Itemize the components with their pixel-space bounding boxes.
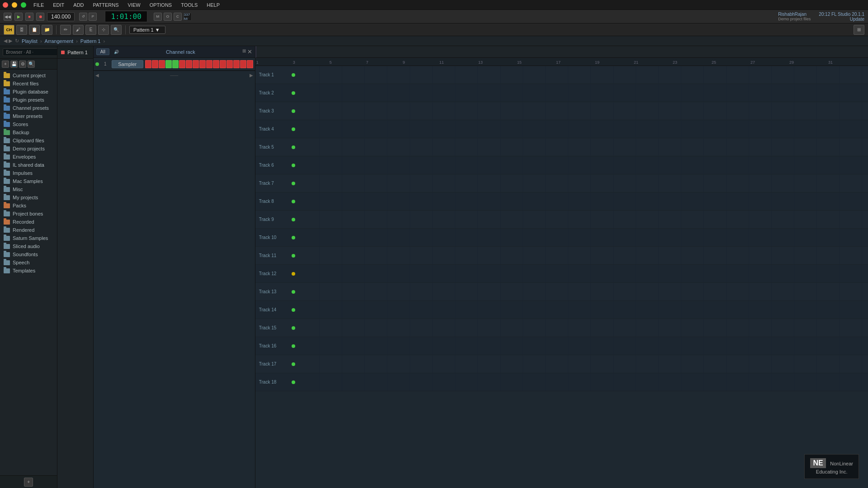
zoom-tool[interactable]: 🔍: [111, 25, 122, 35]
channel-all-button[interactable]: All: [96, 48, 109, 55]
sidebar-item-backup[interactable]: Backup: [0, 128, 57, 136]
nav-arrows[interactable]: ◀ ▶: [4, 38, 12, 44]
sidebar-item-recorded[interactable]: Recorded: [0, 218, 57, 226]
sidebar-search[interactable]: [3, 48, 57, 56]
track-content-3[interactable]: [297, 102, 868, 120]
sidebar-item-recent-files[interactable]: Recent files: [0, 80, 57, 88]
record-button[interactable]: ⏺: [36, 13, 44, 21]
metronome-button[interactable]: M: [154, 13, 162, 21]
track-content-15[interactable]: [297, 319, 868, 337]
paint-tool[interactable]: 🖌: [73, 25, 84, 35]
sidebar-item-project-bones[interactable]: Project bones: [0, 210, 57, 218]
sidebar-item-sliced-audio[interactable]: Sliced audio: [0, 242, 57, 250]
sidebar-item-il-shared-data[interactable]: IL shared data: [0, 161, 57, 169]
track-content-5[interactable]: [297, 138, 868, 156]
pattern-selector[interactable]: Pattern 1 ▼: [129, 26, 165, 34]
channel-nav-left[interactable]: ◀: [95, 73, 99, 78]
sidebar-item-speech[interactable]: Speech: [0, 258, 57, 267]
close-button[interactable]: [3, 2, 8, 8]
punch-button[interactable]: P: [89, 13, 97, 21]
track-content-10[interactable]: [297, 229, 868, 246]
pad-9[interactable]: [199, 60, 206, 68]
sidebar-item-demo-projects[interactable]: Demo projects: [0, 145, 57, 153]
stop-button[interactable]: ■: [25, 13, 33, 21]
play-button[interactable]: ▶: [14, 13, 23, 21]
sidebar-search-btn[interactable]: 🔍: [28, 61, 35, 68]
maximize-button[interactable]: [21, 2, 26, 8]
mixer-toggle[interactable]: 🎛: [16, 25, 27, 35]
pad-11[interactable]: [213, 60, 219, 68]
nav-arrangement[interactable]: Arrangement: [45, 38, 74, 44]
minimize-button[interactable]: [12, 2, 17, 8]
update-label[interactable]: Update: [819, 17, 864, 22]
browser-toggle[interactable]: 📁: [42, 25, 52, 35]
track-content-14[interactable]: [297, 301, 868, 319]
pad-12[interactable]: [220, 60, 226, 68]
overdub-button[interactable]: O: [164, 13, 172, 21]
pad-16[interactable]: [247, 60, 253, 68]
pad-5[interactable]: [172, 60, 179, 68]
sidebar-item-my-projects[interactable]: My projects: [0, 193, 57, 202]
menu-tools[interactable]: TOOLS: [179, 1, 199, 9]
sidebar-item-rendered[interactable]: Rendered: [0, 226, 57, 234]
sidebar-item-mixer-presets[interactable]: Mixer presets: [0, 112, 57, 120]
menu-edit[interactable]: EDIT: [51, 1, 66, 9]
select-tool[interactable]: ⊹: [98, 25, 109, 35]
track-content-7[interactable]: [297, 174, 868, 192]
pad-1[interactable]: [145, 60, 151, 68]
sidebar-item-envelopes[interactable]: Envelopes: [0, 153, 57, 161]
sidebar-item-plugin-database[interactable]: Plugin database: [0, 88, 57, 96]
track-content-17[interactable]: [297, 355, 868, 373]
back-button[interactable]: ◀◀: [4, 13, 12, 21]
sidebar-item-packs[interactable]: Packs: [0, 202, 57, 210]
bpm-display[interactable]: 140.000: [47, 12, 75, 21]
pad-8[interactable]: [193, 60, 199, 68]
nav-refresh[interactable]: ↻: [15, 38, 19, 44]
menu-add[interactable]: ADD: [71, 1, 85, 9]
sidebar-item-misc[interactable]: Misc: [0, 185, 57, 193]
pad-13[interactable]: [226, 60, 233, 68]
nav-pattern[interactable]: Pattern 1: [80, 38, 101, 44]
sidebar-item-clipboard-files[interactable]: Clipboard files: [0, 136, 57, 145]
sidebar-item-plugin-presets[interactable]: Plugin presets: [0, 96, 57, 104]
pad-10[interactable]: [206, 60, 212, 68]
sidebar-item-scores[interactable]: Scores: [0, 120, 57, 128]
track-content-13[interactable]: [297, 283, 868, 300]
menu-file[interactable]: FILE: [32, 1, 46, 9]
count-in-button[interactable]: C: [174, 13, 182, 21]
menu-patterns[interactable]: PATTERNS: [91, 1, 121, 9]
track-content-12[interactable]: [297, 265, 868, 282]
sidebar-add-footer[interactable]: +: [24, 478, 33, 487]
pad-4[interactable]: [165, 60, 172, 68]
sidebar-add[interactable]: +: [2, 61, 9, 68]
sidebar-item-saturn-samples[interactable]: Saturn Samples: [0, 234, 57, 242]
track-content-16[interactable]: [297, 337, 868, 355]
sidebar-save[interactable]: 💾: [10, 61, 18, 68]
track-content-1[interactable]: [297, 66, 868, 84]
sidebar-item-soundfonts[interactable]: Soundfonts: [0, 250, 57, 258]
nav-playlist[interactable]: Playlist: [22, 38, 38, 44]
playlist-toggle[interactable]: 📋: [29, 25, 40, 35]
channel-nav-right[interactable]: ▶: [250, 73, 253, 78]
pad-7[interactable]: [186, 60, 192, 68]
sidebar-item-templates[interactable]: Templates: [0, 267, 57, 275]
sidebar-item-channel-presets[interactable]: Channel presets: [0, 104, 57, 112]
track-content-11[interactable]: [297, 247, 868, 264]
menu-options[interactable]: OPTIONS: [148, 1, 174, 9]
draw-tool[interactable]: ✏: [60, 25, 71, 35]
fl-version-label[interactable]: 20:12 FL Studio 20.1.1: [819, 12, 864, 17]
pad-15[interactable]: [240, 60, 246, 68]
menu-help[interactable]: HELP: [205, 1, 222, 9]
channel-rack-close[interactable]: ✕: [247, 48, 252, 55]
sidebar-item-current-project[interactable]: Current project: [0, 71, 57, 80]
track-content-2[interactable]: [297, 84, 868, 102]
loop-button[interactable]: ↺: [79, 13, 87, 21]
pad-3[interactable]: [159, 60, 165, 68]
channel-name-button[interactable]: Sampler: [112, 60, 143, 68]
track-content-4[interactable]: [297, 120, 868, 138]
sidebar-item-impulses[interactable]: Impulses: [0, 169, 57, 177]
track-content-9[interactable]: [297, 211, 868, 228]
snap-button[interactable]: ⊞: [854, 25, 864, 35]
pad-6[interactable]: [179, 60, 185, 68]
track-content-6[interactable]: [297, 156, 868, 174]
